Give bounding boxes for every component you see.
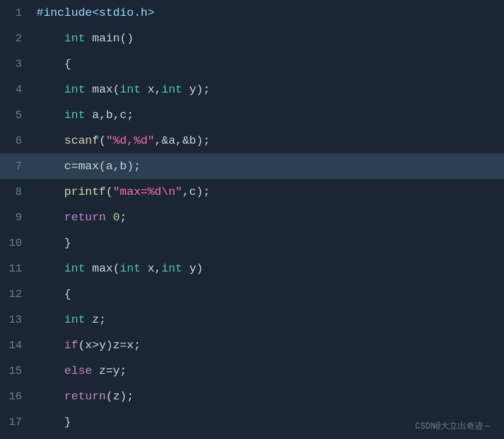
line-number: 17 [0, 409, 32, 435]
line-content: return 0; [32, 205, 504, 230]
line-content: int a,b,c; [32, 102, 504, 128]
line-number: 12 [0, 281, 32, 307]
code-editor: 1#include<stdio.h>2 int main()3 {4 int m… [0, 0, 504, 439]
code-line: 4 int max(int x,int y); [0, 77, 504, 102]
line-number: 1 [0, 0, 32, 26]
code-line: 16 return(z); [0, 384, 504, 409]
line-number: 8 [0, 179, 32, 205]
line-content: { [32, 51, 504, 77]
watermark: CSDN@大立出奇迹～ [415, 421, 492, 432]
line-number: 14 [0, 332, 32, 358]
line-content: scanf("%d,%d",&a,&b); [32, 128, 504, 153]
line-content: } [32, 230, 504, 256]
code-line: 7 c=max(a,b); [0, 153, 504, 179]
line-number: 9 [0, 205, 32, 230]
line-content: { [32, 281, 504, 307]
code-line: 10 } [0, 230, 504, 256]
line-number: 13 [0, 307, 32, 332]
line-content: return(z); [32, 384, 504, 409]
line-number: 11 [0, 256, 32, 281]
line-content: else z=y; [32, 358, 504, 384]
code-line: 3 { [0, 51, 504, 77]
code-line: 1#include<stdio.h> [0, 0, 504, 26]
code-line: 14 if(x>y)z=x; [0, 332, 504, 358]
code-line: 15 else z=y; [0, 358, 504, 384]
code-line: 6 scanf("%d,%d",&a,&b); [0, 128, 504, 153]
line-content: int main() [32, 26, 504, 51]
line-content: #include<stdio.h> [32, 0, 504, 26]
code-line: 13 int z; [0, 307, 504, 332]
line-number: 15 [0, 358, 32, 384]
line-number: 6 [0, 128, 32, 153]
line-content: c=max(a,b); [32, 153, 504, 179]
line-content: int z; [32, 307, 504, 332]
line-number: 2 [0, 26, 32, 51]
code-line: 9 return 0; [0, 205, 504, 230]
code-line: 2 int main() [0, 26, 504, 51]
line-number: 5 [0, 102, 32, 128]
line-number: 4 [0, 77, 32, 102]
line-content: int max(int x,int y); [32, 77, 504, 102]
code-line: 8 printf("max=%d\n",c); [0, 179, 504, 205]
line-number: 16 [0, 384, 32, 409]
code-line: 11 int max(int x,int y) [0, 256, 504, 281]
line-content: printf("max=%d\n",c); [32, 179, 504, 205]
code-line: 5 int a,b,c; [0, 102, 504, 128]
code-line: 12 { [0, 281, 504, 307]
line-content: int max(int x,int y) [32, 256, 504, 281]
line-content: if(x>y)z=x; [32, 332, 504, 358]
line-number: 7 [0, 153, 32, 179]
line-number: 3 [0, 51, 32, 77]
line-number: 10 [0, 230, 32, 256]
